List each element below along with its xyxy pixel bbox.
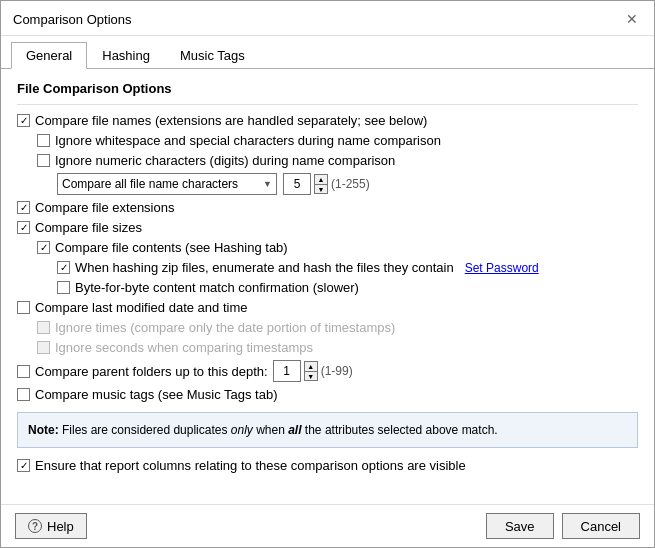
footer-right: Save Cancel <box>486 513 640 539</box>
compare-modified-row: Compare last modified date and time <box>17 300 638 315</box>
compare-filenames-row: Compare file names (extensions are handl… <box>17 113 638 128</box>
ignore-numeric-label: Ignore numeric characters (digits) durin… <box>55 153 395 168</box>
ignore-times-label: Ignore times (compare only the date port… <box>55 320 395 335</box>
compare-parent-label: Compare parent folders up to this depth: <box>35 364 268 379</box>
hash-zip-label: When hashing zip files, enumerate and ha… <box>75 260 454 275</box>
compare-extensions-label: Compare file extensions <box>35 200 174 215</box>
footer: ? Help Save Cancel <box>1 504 654 547</box>
tab-hashing[interactable]: Hashing <box>87 42 165 69</box>
note-when: when <box>256 423 288 437</box>
save-button[interactable]: Save <box>486 513 554 539</box>
note-box: Note: Files are considered duplicates on… <box>17 412 638 448</box>
ignore-whitespace-row: Ignore whitespace and special characters… <box>37 133 638 148</box>
ignore-seconds-label: Ignore seconds when comparing timestamps <box>55 340 313 355</box>
spinner-down-button[interactable]: ▼ <box>314 184 328 194</box>
hash-zip-row: When hashing zip files, enumerate and ha… <box>57 260 638 275</box>
ignore-whitespace-label: Ignore whitespace and special characters… <box>55 133 441 148</box>
help-button[interactable]: ? Help <box>15 513 87 539</box>
compare-contents-checkbox[interactable] <box>37 241 50 254</box>
spinner-group: ▲ ▼ (1-255) <box>283 173 370 195</box>
note-prefix: Note: <box>28 423 59 437</box>
tab-music-tags[interactable]: Music Tags <box>165 42 260 69</box>
tab-general[interactable]: General <box>11 42 87 69</box>
hash-zip-checkbox[interactable] <box>57 261 70 274</box>
compare-sizes-checkbox[interactable] <box>17 221 30 234</box>
ignore-times-row: Ignore times (compare only the date port… <box>37 320 638 335</box>
compare-extensions-checkbox[interactable] <box>17 201 30 214</box>
ensure-columns-label: Ensure that report columns relating to t… <box>35 458 466 473</box>
spinner-range-label: (1-255) <box>331 177 370 191</box>
ignore-numeric-row: Ignore numeric characters (digits) durin… <box>37 153 638 168</box>
filename-dropdown[interactable]: Compare all file name characters ▼ <box>57 173 277 195</box>
compare-music-label: Compare music tags (see Music Tags tab) <box>35 387 278 402</box>
compare-parent-checkbox[interactable] <box>17 365 30 378</box>
compare-filenames-checkbox[interactable] <box>17 114 30 127</box>
note-italic-all: all <box>288 423 301 437</box>
compare-extensions-row: Compare file extensions <box>17 200 638 215</box>
ignore-seconds-checkbox[interactable] <box>37 341 50 354</box>
ignore-times-checkbox[interactable] <box>37 321 50 334</box>
ignore-numeric-checkbox[interactable] <box>37 154 50 167</box>
content-area: File Comparison Options Compare file nam… <box>1 69 654 504</box>
spinner-input[interactable] <box>283 173 311 195</box>
compare-sizes-row: Compare file sizes <box>17 220 638 235</box>
spinner-buttons: ▲ ▼ <box>314 174 328 194</box>
byte-for-byte-checkbox[interactable] <box>57 281 70 294</box>
dropdown-spinner-row: Compare all file name characters ▼ ▲ ▼ (… <box>57 173 638 195</box>
dropdown-selected: Compare all file name characters <box>62 177 238 191</box>
spinner-up-button[interactable]: ▲ <box>314 174 328 184</box>
compare-filenames-label: Compare file names (extensions are handl… <box>35 113 427 128</box>
compare-parent-row: Compare parent folders up to this depth:… <box>17 360 638 382</box>
cancel-button[interactable]: Cancel <box>562 513 640 539</box>
parent-spinner-group: ▲ ▼ (1-99) <box>273 360 353 382</box>
title-bar: Comparison Options ✕ <box>1 1 654 36</box>
byte-for-byte-label: Byte-for-byte content match confirmation… <box>75 280 359 295</box>
compare-modified-checkbox[interactable] <box>17 301 30 314</box>
byte-for-byte-row: Byte-for-byte content match confirmation… <box>57 280 638 295</box>
section-title: File Comparison Options <box>17 81 638 96</box>
compare-modified-label: Compare last modified date and time <box>35 300 247 315</box>
dialog: Comparison Options ✕ General Hashing Mus… <box>0 0 655 548</box>
compare-sizes-label: Compare file sizes <box>35 220 142 235</box>
parent-spinner-up-button[interactable]: ▲ <box>304 361 318 371</box>
dialog-title: Comparison Options <box>13 12 132 27</box>
ignore-seconds-row: Ignore seconds when comparing timestamps <box>37 340 638 355</box>
note-suffix: the attributes selected above match. <box>305 423 498 437</box>
set-password-link[interactable]: Set Password <box>465 261 539 275</box>
close-button[interactable]: ✕ <box>622 9 642 29</box>
help-icon: ? <box>28 519 42 533</box>
compare-music-row: Compare music tags (see Music Tags tab) <box>17 387 638 402</box>
note-italic-only: only <box>231 423 253 437</box>
note-body: Files are considered duplicates <box>62 423 231 437</box>
compare-music-checkbox[interactable] <box>17 388 30 401</box>
ensure-columns-checkbox[interactable] <box>17 459 30 472</box>
parent-spinner-input[interactable] <box>273 360 301 382</box>
parent-spinner-buttons: ▲ ▼ <box>304 361 318 381</box>
dropdown-arrow-icon: ▼ <box>263 179 272 189</box>
parent-spinner-down-button[interactable]: ▼ <box>304 371 318 381</box>
help-label: Help <box>47 519 74 534</box>
compare-contents-row: Compare file contents (see Hashing tab) <box>37 240 638 255</box>
ensure-columns-row: Ensure that report columns relating to t… <box>17 458 638 473</box>
compare-contents-label: Compare file contents (see Hashing tab) <box>55 240 288 255</box>
ignore-whitespace-checkbox[interactable] <box>37 134 50 147</box>
section-divider <box>17 104 638 105</box>
tab-bar: General Hashing Music Tags <box>1 36 654 69</box>
parent-spinner-range-label: (1-99) <box>321 364 353 378</box>
